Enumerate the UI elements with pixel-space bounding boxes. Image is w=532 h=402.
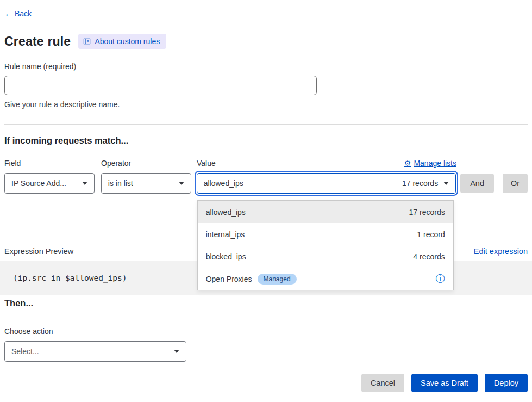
field-label: Field [4,159,101,168]
match-labels-row: Field Operator Value ⚙Manage lists [4,159,528,168]
list-item-meta: 1 record [417,230,445,239]
choose-action-label: Choose action [4,327,528,336]
match-controls-row: IP Source Add... is in list allowed_ips … [4,173,528,194]
list-item-name: blocked_ips [206,252,246,261]
expression-preview-label: Expression Preview [4,247,73,256]
field-select-value: IP Source Add... [11,179,66,188]
list-item-open-proxies[interactable]: Open Proxies Managed ⓘ [198,268,453,290]
about-badge-label: About custom rules [95,37,160,46]
list-item-name: allowed_ips [206,208,246,217]
page-title: Create rule [4,34,71,49]
manage-lists-link[interactable]: ⚙Manage lists [404,159,456,168]
back-link[interactable]: ←Back [4,9,32,18]
cancel-button[interactable]: Cancel [361,374,404,392]
rule-name-label: Rule name (required) [4,62,528,71]
footer-actions: Cancel Save as Draft Deploy [4,374,528,392]
about-custom-rules-link[interactable]: About custom rules [78,34,166,49]
list-item-name: internal_ips [206,230,245,239]
chevron-down-icon [82,182,87,185]
operator-select-value: is in list [108,179,133,188]
value-select-value: allowed_ips [204,179,243,188]
back-arrow-icon: ← [4,9,12,18]
or-button[interactable]: Or [503,174,528,193]
section-divider [4,124,528,125]
list-item-blocked-ips[interactable]: blocked_ips 4 records [198,245,453,268]
rule-name-input[interactable] [4,76,317,95]
and-button[interactable]: And [460,174,494,193]
list-item-allowed-ips[interactable]: allowed_ips 17 records [198,201,453,223]
manage-lists-label: Manage lists [414,159,456,168]
action-select[interactable]: Select... [4,341,186,362]
field-select[interactable]: IP Source Add... [4,173,95,194]
list-item-meta: 4 records [413,252,445,261]
value-label: Value [197,159,216,168]
value-select-meta: 17 records [402,179,438,188]
value-select[interactable]: allowed_ips 17 records [197,173,456,194]
create-rule-page: ←Back Create rule About custom rules Rul… [0,0,532,392]
back-label: Back [15,9,32,18]
chevron-down-icon [179,182,184,185]
info-icon[interactable]: ⓘ [436,274,445,283]
gear-icon: ⚙ [404,159,411,168]
match-section-title: If incoming requests match... [4,135,528,146]
operator-select[interactable]: is in list [101,173,191,194]
value-select-wrap: allowed_ips 17 records allowed_ips 17 re… [197,173,456,194]
book-icon [83,38,91,45]
list-item-name: Open Proxies [206,275,252,283]
action-select-placeholder: Select... [11,347,39,356]
chevron-down-icon [443,182,449,185]
list-item-meta: 17 records [409,208,445,217]
list-item-internal-ips[interactable]: internal_ips 1 record [198,223,453,245]
save-as-draft-button[interactable]: Save as Draft [411,374,478,392]
managed-badge: Managed [258,274,297,285]
title-row: Create rule About custom rules [4,34,528,49]
chevron-down-icon [174,350,179,353]
rule-name-helper: Give your rule a descriptive name. [4,100,528,109]
then-section-title: Then... [4,298,528,308]
operator-label: Operator [101,159,197,168]
value-dropdown-menu: allowed_ips 17 records internal_ips 1 re… [197,200,454,290]
deploy-button[interactable]: Deploy [485,374,528,392]
edit-expression-link[interactable]: Edit expression [474,247,528,256]
